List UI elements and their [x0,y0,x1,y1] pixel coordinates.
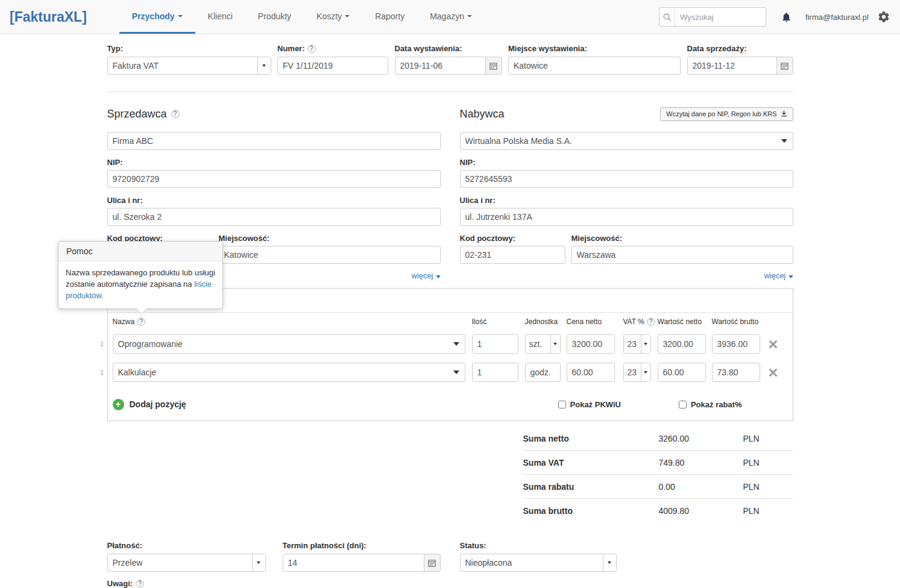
invoice-form: Typ: Faktura VAT Numer: Data wystawienia… [107,34,793,588]
seller-city-input[interactable] [219,250,440,260]
seller-nip-input[interactable] [108,174,440,184]
invoice-item-row: Kalkulacje 23 [113,363,788,382]
item-name-select[interactable]: Oprogramowanie [113,334,465,354]
help-icon[interactable] [647,317,655,326]
seller-more-link[interactable]: więcej [411,271,433,280]
item-qty-input[interactable] [473,367,518,377]
col-gross-label: Wartość brutto [712,317,759,326]
settings-gear-icon[interactable] [877,10,890,23]
app-logo[interactable]: [FakturaXL] [10,9,87,25]
drag-handle-icon[interactable] [100,367,104,376]
nav-item-przychody[interactable]: Przychody [119,0,195,34]
help-tooltip-body: Nazwa sprzedawanego produktu lub usługi … [58,261,222,308]
totals-summary: Suma netto 3260.00 PLN Suma VAT 749.80 P… [523,427,793,523]
payment-method-select[interactable]: Przelew [107,554,266,572]
load-company-data-button[interactable]: Wczytaj dane po NIP, Regon lub KRS [660,107,793,121]
seller-street-label: Ulica i nr: [107,196,441,205]
item-net-input[interactable] [658,367,705,377]
item-vat-select[interactable]: 23 [623,334,651,354]
col-vat-label: VAT % [623,317,644,326]
invoice-number-input[interactable] [278,61,388,70]
calendar-icon[interactable] [424,554,440,571]
nav-item-klienci[interactable]: Klienci [195,0,245,34]
item-name-value: Oprogramowanie [118,339,453,349]
help-icon[interactable] [136,580,144,588]
nav-item-produkty[interactable]: Produkty [245,0,304,34]
nav-item-raporty[interactable]: Raporty [362,0,417,34]
issue-place-label: Miejsce wystawienia: [508,44,681,53]
divider [107,92,793,92]
discount-checkbox-input[interactable] [679,401,687,408]
help-icon[interactable] [171,110,180,118]
nav-label: Produkty [258,11,291,21]
seller-name-input[interactable] [108,136,440,146]
summary-currency: PLN [743,482,760,492]
delete-item-button[interactable] [769,340,778,349]
item-gross-input[interactable] [713,339,760,349]
dropdown-button[interactable] [603,554,616,571]
item-qty-input[interactable] [473,339,518,349]
pkwiu-checkbox-input[interactable] [558,401,566,408]
issue-place-input[interactable] [509,61,680,70]
buyer-postcode-label: Kod pocztowy: [460,234,565,243]
drag-handle-icon[interactable] [100,339,104,348]
calendar-icon[interactable] [485,57,502,74]
sale-date-input[interactable] [688,57,776,74]
buyer-street-input[interactable] [461,212,793,222]
buyer-city-label: Miejscowość: [571,234,793,243]
seller-nip-wrap [107,170,441,188]
notifications-bell-icon[interactable] [781,11,792,23]
chevron-down-icon [644,343,647,345]
seller-street-input[interactable] [108,212,440,222]
dropdown-button[interactable] [641,363,650,381]
delete-item-button[interactable] [769,368,778,377]
invoice-type-select[interactable]: Faktura VAT [107,57,271,75]
item-name-value: Kalkulacje [118,367,453,377]
dropdown-button[interactable] [252,554,265,571]
nav-item-koszty[interactable]: Koszty [304,0,362,34]
item-vat-select[interactable]: 23 [623,363,651,382]
show-pkwiu-checkbox[interactable]: Pokaż PKWiU [558,400,621,409]
summary-currency: PLN [743,458,760,468]
col-net-label: Wartość netto [658,317,702,326]
buyer-more-link[interactable]: więcej [764,271,785,280]
item-net-input[interactable] [658,339,705,349]
dropdown-button[interactable] [550,335,560,353]
show-discount-checkbox[interactable]: Pokaż rabat% [679,400,742,409]
buyer-postcode-input[interactable] [461,250,565,260]
account-email[interactable]: firma@fakturaxl.pl [805,13,869,22]
buyer-nip-input[interactable] [461,174,793,184]
buyer-nip-wrap [460,170,793,188]
dropdown-button[interactable] [257,57,271,74]
buyer-column: Nabywca Wczytaj dane po NIP, Regon lub K… [460,105,793,281]
payment-due-input[interactable] [283,554,424,571]
search-input[interactable] [675,13,766,22]
import-icon [781,110,787,118]
item-unit-value: szt. [529,339,550,349]
item-unit-select[interactable]: szt. [525,334,561,354]
buyer-name-select[interactable]: Wirtualna Polska Media S.A. [460,132,793,150]
item-gross-input[interactable] [713,367,760,377]
sale-date-label: Data sprzedaży: [687,44,793,53]
chevron-down-icon [345,15,350,17]
item-name-select[interactable]: Kalkulacje [113,363,465,382]
chevron-down-icon [453,342,459,346]
help-tooltip-text: Nazwa sprzedawanego produktu lub usługi … [66,268,215,289]
item-price-input[interactable] [567,339,614,349]
item-unit-input[interactable] [526,367,560,377]
chevron-down-icon [436,275,441,278]
buyer-city-input[interactable] [572,250,793,260]
summary-currency: PLN [743,434,760,443]
issue-date-input[interactable] [395,57,485,74]
calendar-icon[interactable] [776,57,793,74]
add-item-button[interactable]: Dodaj pozycję [113,399,186,410]
nav-item-magazyn[interactable]: Magazyn [417,0,485,34]
item-qty-wrap [472,363,518,382]
item-price-wrap [567,334,615,354]
status-select[interactable]: Nieopłacona [460,554,617,572]
issue-date-label: Data wystawienia: [395,44,502,53]
dropdown-button[interactable] [641,335,650,353]
help-icon[interactable] [137,317,145,326]
item-price-input[interactable] [567,367,614,377]
help-icon[interactable] [307,45,316,53]
